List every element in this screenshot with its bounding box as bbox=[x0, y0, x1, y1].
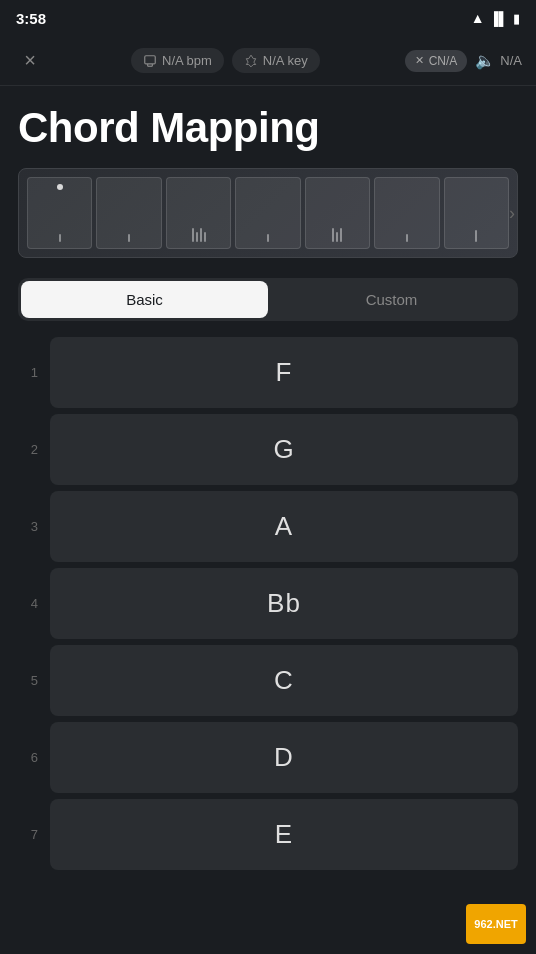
chord-button-2[interactable]: G bbox=[50, 414, 518, 485]
chord-number-6: 6 bbox=[18, 750, 38, 765]
watermark: 962.NET bbox=[466, 904, 526, 944]
cn-badge[interactable]: ✕ CN/A bbox=[405, 50, 468, 72]
bpm-value: N/A bpm bbox=[162, 53, 212, 68]
status-time: 3:58 bbox=[16, 10, 46, 27]
bpm-chip[interactable]: N/A bpm bbox=[131, 48, 224, 73]
key-line bbox=[406, 234, 408, 242]
key-line bbox=[336, 232, 338, 242]
chord-number-2: 2 bbox=[18, 442, 38, 457]
key-segment-6 bbox=[374, 177, 439, 249]
key-line bbox=[332, 228, 334, 242]
chord-row-6: 6 D bbox=[18, 722, 518, 793]
keyboard-visualization[interactable]: › bbox=[18, 168, 518, 258]
chord-number-1: 1 bbox=[18, 365, 38, 380]
key-line bbox=[196, 232, 198, 242]
volume-value: N/A bbox=[500, 53, 522, 68]
key-line bbox=[340, 228, 342, 242]
key-segment-2 bbox=[96, 177, 161, 249]
status-bar: 3:58 ▲ ▐▌ ▮ bbox=[0, 0, 536, 36]
key-segment-3 bbox=[166, 177, 231, 249]
page-title: Chord Mapping bbox=[18, 104, 518, 152]
volume-area[interactable]: 🔈 N/A bbox=[475, 51, 522, 70]
key-line bbox=[59, 234, 61, 242]
chord-number-5: 5 bbox=[18, 673, 38, 688]
key-line bbox=[192, 228, 194, 242]
volume-icon: 🔈 bbox=[475, 51, 495, 70]
toolbar-right: ✕ CN/A 🔈 N/A bbox=[405, 50, 522, 72]
chord-row-3: 3 A bbox=[18, 491, 518, 562]
key-line bbox=[128, 234, 130, 242]
bpm-icon bbox=[143, 54, 157, 68]
key-lines-6 bbox=[379, 224, 434, 242]
key-line bbox=[204, 232, 206, 242]
chord-button-4[interactable]: Bb bbox=[50, 568, 518, 639]
key-lines-2 bbox=[101, 224, 156, 242]
key-segment-4 bbox=[235, 177, 300, 249]
key-chip[interactable]: N/A key bbox=[232, 48, 320, 73]
keyboard-inner bbox=[19, 169, 517, 257]
key-lines-5 bbox=[310, 224, 365, 242]
keyboard-arrow: › bbox=[509, 203, 515, 224]
battery-icon: ▮ bbox=[513, 11, 520, 26]
chord-button-5[interactable]: C bbox=[50, 645, 518, 716]
chord-row-4: 4 Bb bbox=[18, 568, 518, 639]
key-segment-7 bbox=[444, 177, 509, 249]
key-segment-5 bbox=[305, 177, 370, 249]
key-value: N/A key bbox=[263, 53, 308, 68]
toolbar-left: × bbox=[14, 45, 46, 77]
close-button[interactable]: × bbox=[14, 45, 46, 77]
key-segment-1 bbox=[27, 177, 92, 249]
key-line bbox=[267, 234, 269, 242]
chord-button-3[interactable]: A bbox=[50, 491, 518, 562]
wifi-icon: ▲ bbox=[471, 10, 485, 26]
chord-number-4: 4 bbox=[18, 596, 38, 611]
chord-row-1: 1 F bbox=[18, 337, 518, 408]
tab-custom[interactable]: Custom bbox=[268, 281, 515, 318]
chord-button-6[interactable]: D bbox=[50, 722, 518, 793]
chord-row-2: 2 G bbox=[18, 414, 518, 485]
key-lines-3 bbox=[171, 224, 226, 242]
svg-rect-0 bbox=[145, 55, 156, 63]
chord-list: 1 F 2 G 3 A 4 Bb 5 C 6 D 7 E bbox=[18, 337, 518, 870]
key-lines-4 bbox=[240, 224, 295, 242]
chord-number-3: 3 bbox=[18, 519, 38, 534]
chord-number-7: 7 bbox=[18, 827, 38, 842]
key-line bbox=[200, 228, 202, 242]
key-lines-7 bbox=[449, 224, 504, 242]
cn-icon: ✕ bbox=[415, 54, 424, 67]
signal-icon: ▐▌ bbox=[490, 11, 508, 26]
status-icons: ▲ ▐▌ ▮ bbox=[471, 10, 520, 26]
chord-row-7: 7 E bbox=[18, 799, 518, 870]
chord-row-5: 5 C bbox=[18, 645, 518, 716]
cn-label: CN/A bbox=[429, 54, 458, 68]
tab-basic[interactable]: Basic bbox=[21, 281, 268, 318]
key-dot-1 bbox=[57, 184, 63, 190]
page-content: Chord Mapping bbox=[0, 104, 536, 870]
chord-button-7[interactable]: E bbox=[50, 799, 518, 870]
key-icon bbox=[244, 54, 258, 68]
toolbar: × N/A bpm N/A key ✕ CN/A 🔈 N/A bbox=[0, 36, 536, 86]
key-lines-1 bbox=[32, 224, 87, 242]
tab-switcher: Basic Custom bbox=[18, 278, 518, 321]
key-line bbox=[475, 230, 477, 242]
toolbar-center: N/A bpm N/A key bbox=[131, 48, 320, 73]
chord-button-1[interactable]: F bbox=[50, 337, 518, 408]
